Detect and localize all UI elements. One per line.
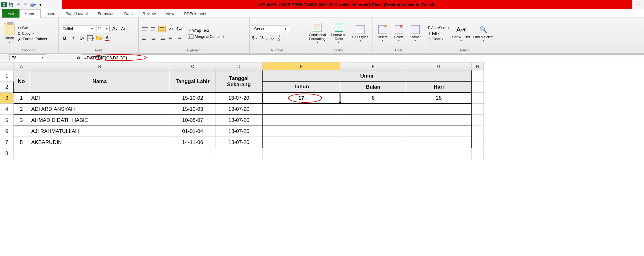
qat-more-icon[interactable]: ▾ <box>37 1 44 8</box>
cell[interactable]: AJI RAHMATULLAH <box>29 126 170 137</box>
table-qat-icon[interactable]: ▦▾ <box>30 1 36 8</box>
cell[interactable] <box>263 137 340 148</box>
font-size-select[interactable]: 11▼ <box>96 26 110 32</box>
header-bulan[interactable]: Bulan <box>340 82 406 93</box>
font-color-button[interactable]: A▾ <box>104 34 112 42</box>
orientation-button[interactable]: ⤢▾ <box>167 25 174 33</box>
tab-page-layout[interactable]: Page Layout <box>60 10 93 18</box>
merge-center-button[interactable]: Merge & Center ▼ <box>188 34 225 39</box>
tab-pdfelement[interactable]: PDFelement <box>179 10 211 18</box>
paste-button[interactable]: Paste ▼ <box>2 23 16 44</box>
cell[interactable] <box>406 115 472 126</box>
cell[interactable] <box>263 126 340 137</box>
cell[interactable] <box>340 148 406 159</box>
header-nama[interactable]: Nama <box>29 70 170 93</box>
cell[interactable]: 13-07-20 <box>215 126 263 137</box>
undo-icon[interactable]: ↶ <box>15 1 22 8</box>
align-bottom-button[interactable] <box>158 26 166 32</box>
sort-filter-button[interactable]: AZ▾Sort & Filter▼ <box>451 25 471 42</box>
header-hari[interactable]: Hari <box>406 82 472 93</box>
increase-decimal-button[interactable]: .0.00 <box>270 34 274 42</box>
format-cells-button[interactable]: Format▼ <box>408 25 422 42</box>
cell[interactable]: AHMAD DIDATH HABIE <box>29 115 170 126</box>
delete-cells-button[interactable]: ✕Delete▼ <box>392 25 406 42</box>
tab-view[interactable]: View <box>161 10 179 18</box>
active-cell[interactable]: 17 <box>263 93 340 104</box>
minimize-button[interactable]: — <box>636 1 642 8</box>
cell[interactable]: ADI <box>29 93 170 104</box>
align-middle-button[interactable] <box>150 26 157 32</box>
clear-button[interactable]: ◇ Clear ▾ <box>428 37 449 41</box>
col-header-E[interactable]: E <box>263 62 340 70</box>
cell[interactable]: 14-11-06 <box>170 137 215 148</box>
cell[interactable] <box>472 104 484 115</box>
header-tahun[interactable]: Tahun <box>263 82 340 93</box>
tab-formulas[interactable]: Formulas <box>93 10 119 18</box>
cell[interactable] <box>472 126 484 137</box>
cell[interactable] <box>263 148 340 159</box>
cell[interactable]: 3 <box>14 115 29 126</box>
decrease-indent-button[interactable]: ⇤ <box>167 34 174 42</box>
italic-button[interactable]: I <box>70 34 77 42</box>
find-select-button[interactable]: 🔍Find & Select▼ <box>473 25 494 42</box>
cell[interactable] <box>472 137 484 148</box>
header-tgl-lahir[interactable]: Tanggal Lahir <box>170 70 215 93</box>
tab-review[interactable]: Review <box>138 10 161 18</box>
cell[interactable] <box>170 148 215 159</box>
cell-styles-button[interactable]: Cell Styles▼ <box>350 25 370 42</box>
cell[interactable]: 5 <box>14 137 29 148</box>
col-header-G[interactable]: G <box>406 62 472 70</box>
save-icon[interactable]: 💾 <box>7 1 14 8</box>
percent-button[interactable]: % <box>260 35 263 40</box>
copy-button[interactable]: ⧉Copy ▼ <box>18 31 47 36</box>
conditional-formatting-button[interactable]: Conditional Formatting▼ <box>308 22 327 44</box>
cell[interactable]: 28 <box>406 93 472 104</box>
cell[interactable] <box>472 93 484 104</box>
fx-icon[interactable]: fx <box>77 55 80 60</box>
align-center-button[interactable] <box>150 35 157 41</box>
row-header-4[interactable]: 4 <box>0 104 14 115</box>
cell[interactable] <box>472 115 484 126</box>
cell[interactable] <box>340 137 406 148</box>
autosum-button[interactable]: Σ AutoSum ▾ <box>428 26 449 30</box>
format-as-table-button[interactable]: Format as Table▼ <box>329 22 349 44</box>
cell[interactable] <box>340 126 406 137</box>
tab-home[interactable]: Home <box>19 9 41 18</box>
cell[interactable]: 2 <box>14 104 29 115</box>
header-tgl-sekarang[interactable]: Tanggal Sekarang <box>215 70 263 93</box>
row-header-1[interactable]: 1 <box>0 70 14 82</box>
col-header-D[interactable]: D <box>215 62 263 70</box>
cell[interactable] <box>14 148 29 159</box>
fill-color-button[interactable]: ▾ <box>96 34 103 42</box>
cell[interactable] <box>340 104 406 115</box>
cell[interactable] <box>263 104 340 115</box>
cell[interactable] <box>406 104 472 115</box>
wrap-text-button[interactable]: ⤶Wrap Text <box>188 28 225 33</box>
cell[interactable] <box>406 148 472 159</box>
worksheet-grid[interactable]: A B C D E F G H 1 No Nama Tanggal Lahir … <box>0 62 644 159</box>
row-header-3[interactable]: 3 <box>0 93 14 104</box>
header-no[interactable]: No <box>14 70 29 93</box>
cell[interactable] <box>263 115 340 126</box>
cell[interactable]: 13-07-20 <box>215 115 263 126</box>
row-header-8[interactable]: 8 <box>0 148 14 159</box>
increase-indent-button[interactable]: ⇥ <box>176 34 183 42</box>
row-header-5[interactable]: 5 <box>0 115 14 126</box>
comma-button[interactable]: , <box>266 35 267 40</box>
cell[interactable]: 15-10-03 <box>170 104 215 115</box>
tab-insert[interactable]: Insert <box>41 10 61 18</box>
redo-icon[interactable]: ↷ <box>22 1 29 8</box>
cell[interactable] <box>406 126 472 137</box>
cell[interactable]: 13-07-20 <box>215 137 263 148</box>
cell[interactable]: 1 <box>14 93 29 104</box>
cell[interactable] <box>14 126 29 137</box>
accounting-button[interactable]: $ ▾ <box>252 35 257 40</box>
cell[interactable]: ADI ARDIANSYAH <box>29 104 170 115</box>
insert-cells-button[interactable]: ✦Insert▼ <box>375 25 390 42</box>
align-left-button[interactable] <box>141 35 149 41</box>
shrink-font-button[interactable]: A▾ <box>120 25 127 33</box>
align-top-button[interactable] <box>141 26 149 32</box>
col-header-C[interactable]: C <box>170 62 215 70</box>
tab-file[interactable]: File <box>2 9 19 18</box>
row-header-2[interactable]: 2 <box>0 82 14 93</box>
